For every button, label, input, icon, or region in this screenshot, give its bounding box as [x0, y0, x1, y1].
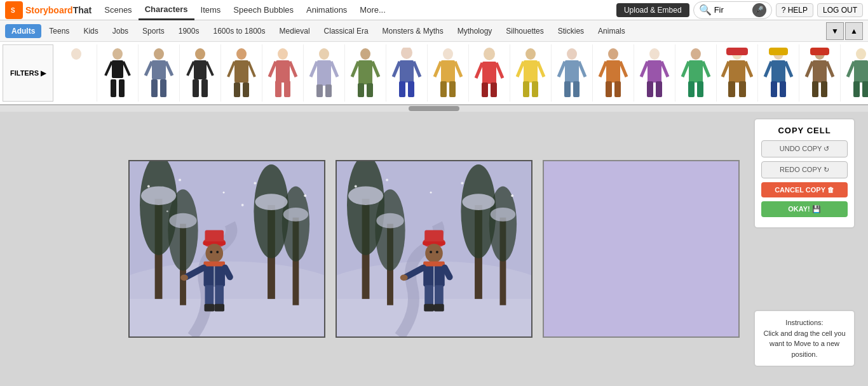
svg-rect-51 [400, 60, 414, 83]
nav-scenes[interactable]: Scenes [98, 0, 138, 20]
char-7[interactable] [304, 44, 345, 102]
char-20[interactable] [841, 44, 868, 102]
svg-rect-36 [275, 81, 281, 97]
redo-copy-button[interactable]: REDO COPY ↻ [761, 161, 848, 178]
cat-kids[interactable]: Kids [77, 24, 104, 38]
char-1[interactable] [56, 44, 97, 102]
svg-line-115 [827, 62, 833, 77]
svg-line-101 [745, 62, 752, 77]
char-12[interactable] [510, 44, 552, 102]
storyboard-cell-2[interactable] [336, 160, 532, 338]
svg-line-71 [538, 62, 544, 77]
nav-animations[interactable]: Animations [300, 0, 353, 20]
char-4[interactable] [180, 44, 221, 102]
cat-sports[interactable]: Sports [136, 24, 171, 38]
char-14[interactable] [593, 44, 634, 102]
svg-point-56 [443, 48, 453, 60]
cat-jobs[interactable]: Jobs [106, 24, 135, 38]
svg-rect-104 [726, 48, 748, 55]
svg-point-38 [319, 48, 329, 60]
svg-rect-18 [151, 79, 158, 97]
svg-rect-42 [316, 84, 323, 97]
svg-rect-113 [813, 60, 827, 83]
svg-rect-9 [112, 60, 123, 78]
search-input[interactable] [714, 5, 752, 15]
svg-point-80 [608, 48, 618, 60]
svg-rect-72 [523, 81, 529, 97]
char-15[interactable] [634, 44, 675, 102]
svg-point-141 [179, 179, 181, 182]
svg-point-177 [491, 208, 515, 222]
svg-rect-199 [544, 161, 740, 338]
cat-scroll-up[interactable]: ▲ [845, 22, 863, 40]
cat-monsters[interactable]: Monsters & Myths [376, 24, 450, 38]
undo-copy-button[interactable]: UNDO COPY ↺ [761, 140, 848, 157]
svg-point-188 [436, 251, 438, 253]
svg-line-47 [372, 62, 379, 77]
nav-items[interactable]: Items [194, 0, 227, 20]
cat-mythology[interactable]: Mythology [451, 24, 499, 38]
svg-rect-7 [78, 79, 84, 97]
upload-embed-button[interactable]: Upload & Embed [616, 3, 689, 17]
svg-line-34 [269, 62, 276, 77]
svg-line-88 [641, 62, 648, 77]
cat-medieval[interactable]: Medieval [273, 24, 316, 38]
nav-speech-bubbles[interactable]: Speech Bubbles [227, 0, 300, 20]
char-19[interactable] [799, 44, 841, 102]
help-button[interactable]: ? HELP [776, 3, 813, 17]
char-17[interactable] [717, 44, 758, 102]
char-2[interactable] [97, 44, 139, 102]
scrollbar-thumb[interactable] [409, 106, 459, 111]
cat-stickies[interactable]: Stickies [552, 24, 590, 38]
storyboard-cell-3[interactable] [543, 160, 740, 338]
nav-right: Upload & Embed 🔍 🎤 ? HELP LOG OUT [616, 1, 863, 19]
char-9[interactable] [386, 44, 428, 102]
cat-adults[interactable]: Adults [5, 24, 41, 38]
char-5[interactable] [221, 44, 262, 102]
char-8[interactable] [345, 44, 386, 102]
svg-point-146 [241, 204, 244, 206]
char-3[interactable] [139, 44, 180, 102]
cat-animals[interactable]: Animals [592, 24, 632, 38]
svg-rect-3 [70, 60, 83, 79]
cat-classical[interactable]: Classical Era [318, 24, 375, 38]
svg-point-157 [180, 274, 188, 281]
logo-icon: S [5, 1, 23, 19]
filters-button[interactable]: FILTERS ▶ [3, 44, 53, 102]
character-scrollbar[interactable] [0, 105, 868, 112]
svg-rect-93 [689, 60, 703, 83]
cat-1600s[interactable]: 1600s to 1800s [207, 24, 271, 38]
svg-rect-54 [399, 81, 405, 97]
char-11[interactable] [469, 44, 510, 102]
search-bar[interactable]: 🔍 🎤 [693, 1, 772, 19]
svg-point-26 [236, 48, 247, 60]
svg-line-77 [579, 62, 585, 77]
svg-point-175 [376, 213, 403, 229]
cat-teens[interactable]: Teens [43, 24, 76, 38]
cancel-copy-button[interactable]: CANCEL COPY 🗑 [761, 182, 848, 197]
svg-point-152 [216, 251, 219, 253]
nav-more[interactable]: More... [353, 0, 391, 20]
cat-1900s[interactable]: 1900s [172, 24, 206, 38]
char-18[interactable] [758, 44, 799, 102]
char-6[interactable] [262, 44, 304, 102]
svg-rect-97 [697, 81, 703, 97]
svg-rect-102 [728, 81, 735, 97]
svg-rect-66 [482, 83, 488, 97]
nav-characters[interactable]: Characters [139, 0, 194, 20]
svg-rect-55 [408, 81, 414, 97]
char-16[interactable] [675, 44, 717, 102]
svg-point-74 [567, 48, 577, 60]
svg-rect-27 [234, 60, 248, 83]
cat-silhouettes[interactable]: Silhouettes [499, 24, 550, 38]
char-13[interactable] [552, 44, 593, 102]
okay-button[interactable]: OKAY! 💾 [761, 201, 848, 217]
svg-rect-49 [367, 83, 373, 97]
cat-scroll-down[interactable]: ▼ [826, 22, 844, 40]
char-10[interactable] [428, 44, 469, 102]
mic-icon[interactable]: 🎤 [752, 3, 766, 17]
logout-button[interactable]: LOG OUT [817, 3, 863, 17]
svg-point-193 [400, 274, 408, 281]
storyboard-cell-1[interactable] [128, 160, 325, 338]
svg-rect-31 [243, 83, 249, 97]
